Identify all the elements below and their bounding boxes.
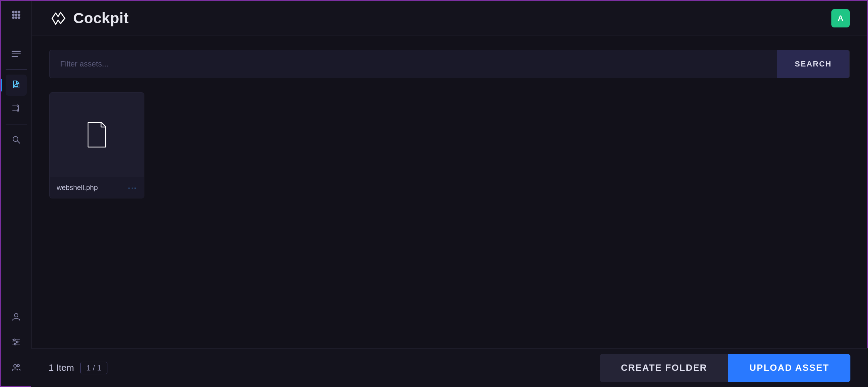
sidebar-item-assets[interactable] <box>6 75 27 96</box>
grid-icon[interactable] <box>8 7 24 23</box>
profile-icon <box>12 312 21 323</box>
svg-point-8 <box>18 17 20 19</box>
sliders-icon <box>12 337 21 348</box>
svg-point-17 <box>14 343 16 345</box>
search-bar: SEARCH <box>49 50 850 78</box>
users-icon <box>12 363 21 373</box>
svg-point-6 <box>12 17 14 19</box>
sidebar-item-search[interactable] <box>6 130 27 151</box>
assets-grid: webshell.php ··· <box>49 92 850 198</box>
asset-preview <box>50 93 144 177</box>
svg-point-5 <box>18 14 20 16</box>
main-content: Cockpit A SEARCH <box>32 1 867 386</box>
svg-point-16 <box>16 341 18 343</box>
sidebar-item-shuffle[interactable] <box>6 99 27 120</box>
svg-point-19 <box>17 364 19 367</box>
sidebar-divider-2 <box>6 69 27 70</box>
app-logo: Cockpit <box>49 9 129 27</box>
sidebar-logo <box>8 7 24 23</box>
user-avatar[interactable]: A <box>831 9 850 27</box>
app-title: Cockpit <box>73 10 129 27</box>
sidebar-divider-3 <box>6 125 27 125</box>
asset-card[interactable]: webshell.php ··· <box>49 92 144 198</box>
header: Cockpit A <box>32 1 867 36</box>
svg-point-15 <box>13 339 15 341</box>
hamburger-icon <box>12 51 21 57</box>
search-input[interactable] <box>49 50 777 78</box>
sidebar-item-profile[interactable] <box>6 307 27 328</box>
svg-point-4 <box>15 14 17 16</box>
bottom-bar: 1 Item 1 / 1 CREATE FOLDER UPLOAD ASSET <box>32 348 867 386</box>
sidebar-bottom <box>6 305 27 380</box>
item-count-label: 1 Item <box>49 362 74 373</box>
asset-menu-button[interactable]: ··· <box>128 183 137 192</box>
bottom-actions: CREATE FOLDER UPLOAD ASSET <box>600 354 850 382</box>
shuffle-icon <box>12 104 21 114</box>
file-icon <box>12 80 21 90</box>
asset-name: webshell.php <box>57 184 98 192</box>
sidebar-divider-top <box>6 36 27 36</box>
cockpit-logo-icon <box>49 9 67 27</box>
svg-point-18 <box>14 364 17 367</box>
svg-point-2 <box>18 11 20 13</box>
svg-point-7 <box>15 17 17 19</box>
item-count: 1 Item 1 / 1 <box>49 362 107 374</box>
content-area: SEARCH webshell.php ··· <box>32 36 867 386</box>
search-button[interactable]: SEARCH <box>777 50 850 78</box>
svg-line-10 <box>17 141 20 144</box>
sidebar-item-users[interactable] <box>6 357 27 379</box>
sidebar-item-menu[interactable] <box>6 43 27 64</box>
sidebar-item-settings[interactable] <box>6 332 27 353</box>
page-badge: 1 / 1 <box>80 362 107 374</box>
sidebar <box>1 1 32 386</box>
svg-point-0 <box>12 11 14 13</box>
upload-asset-button[interactable]: UPLOAD ASSET <box>728 354 850 382</box>
create-folder-button[interactable]: CREATE FOLDER <box>600 354 728 382</box>
search-icon <box>12 135 21 146</box>
svg-point-11 <box>14 313 18 317</box>
svg-point-3 <box>12 14 14 16</box>
svg-point-1 <box>15 11 17 13</box>
asset-footer: webshell.php ··· <box>50 177 144 198</box>
